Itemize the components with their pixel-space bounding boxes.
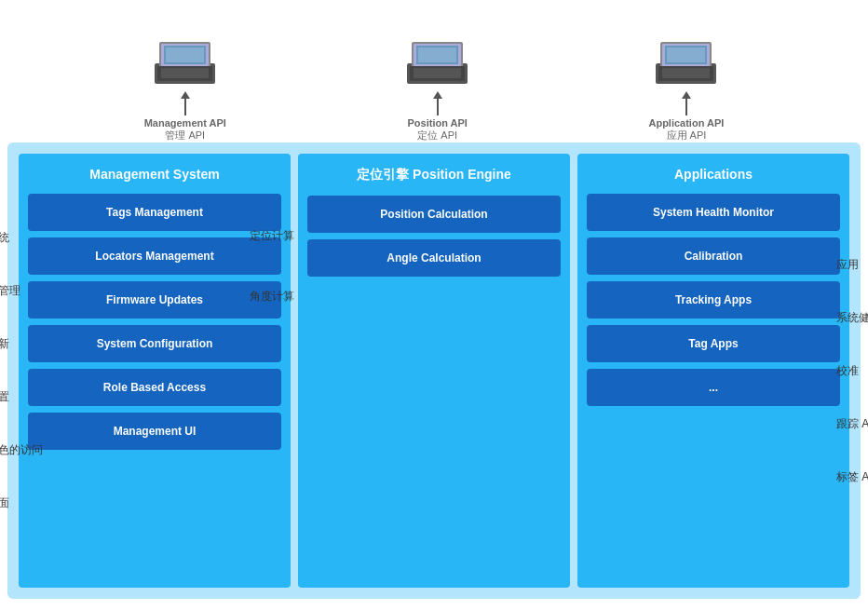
- svg-rect-4: [161, 68, 209, 78]
- label-pos-calc: 定位计算: [250, 228, 294, 244]
- position-engine-panel: 定位计算 角度计算 定位引擎 Position Engine Position …: [298, 154, 570, 588]
- position-api-en: Position API: [407, 117, 467, 129]
- management-api-labels: Management API 管理 API: [144, 117, 226, 142]
- server-application-icon: [651, 31, 721, 91]
- label-calibration: 校准: [836, 363, 868, 379]
- tracking-apps-btn[interactable]: Tracking Apps: [587, 281, 840, 319]
- mgmt-system-title: Management System: [28, 163, 281, 187]
- locators-management-btn[interactable]: Locators Management: [28, 237, 281, 275]
- page-wrapper: Management API 管理 API Position API 定位: [0, 7, 868, 610]
- management-api-cn: 管理 API: [144, 129, 226, 142]
- svg-rect-18: [662, 68, 710, 78]
- angle-calculation-btn[interactable]: Angle Calculation: [307, 239, 561, 277]
- svg-rect-13: [418, 47, 456, 62]
- application-api-cn: 应用 API: [648, 129, 724, 142]
- label-tagapps: 标签 App: [836, 469, 868, 485]
- more-btn[interactable]: ...: [587, 369, 840, 406]
- server-management: Management API 管理 API: [144, 31, 226, 142]
- position-calculation-btn[interactable]: Position Calculation: [307, 196, 561, 233]
- position-api-cn: 定位 API: [407, 129, 467, 142]
- system-configuration-btn[interactable]: System Configuration: [28, 325, 281, 362]
- main-diagram: 管理系统 定位器管理 固件更新 系统配置 基于角色的访问 管理界面 Manage…: [7, 142, 861, 599]
- applications-panel: 应用 系统健康监控 校准 跟踪 App 标签 App Applications …: [577, 154, 849, 588]
- management-system-panel: 管理系统 定位器管理 固件更新 系统配置 基于角色的访问 管理界面 Manage…: [19, 154, 291, 588]
- position-api-labels: Position API 定位 API: [407, 117, 467, 142]
- calibration-btn[interactable]: Calibration: [587, 237, 840, 275]
- tag-apps-btn[interactable]: Tag Apps: [587, 325, 840, 362]
- svg-rect-11: [414, 68, 461, 78]
- management-ui-btn[interactable]: Management UI: [28, 413, 281, 450]
- left-side-labels: 管理系统 定位器管理 固件更新 系统配置 基于角色的访问 管理界面: [0, 230, 43, 511]
- label-syshealth: 系统健康监控: [836, 310, 868, 326]
- management-api-en: Management API: [144, 117, 226, 129]
- svg-rect-20: [667, 47, 705, 62]
- system-health-monitor-btn[interactable]: System Health Monitor: [587, 194, 840, 231]
- server-application: Application API 应用 API: [648, 31, 724, 142]
- arrow-position: [433, 91, 442, 115]
- server-management-icon: [150, 31, 220, 91]
- svg-rect-6: [166, 47, 204, 62]
- label-applications-right: 应用: [836, 257, 868, 273]
- arrow-management: [181, 91, 190, 115]
- role-based-access-btn[interactable]: Role Based Access: [28, 369, 281, 406]
- right-side-labels: 应用 系统健康监控 校准 跟踪 App 标签 App: [836, 257, 868, 485]
- arrow-application: [682, 91, 691, 115]
- label-mgmt-system: 管理系统: [0, 230, 43, 246]
- label-mgmtui: 管理界面: [0, 495, 43, 511]
- server-position-icon: [402, 31, 472, 91]
- firmware-updates-btn[interactable]: Firmware Updates: [28, 281, 281, 319]
- position-engine-title: 定位引擎 Position Engine: [307, 163, 561, 189]
- application-api-labels: Application API 应用 API: [648, 117, 724, 142]
- label-angle-calc: 角度计算: [250, 289, 294, 305]
- label-locators: 定位器管理: [0, 283, 43, 299]
- label-sysconfg: 系统配置: [0, 389, 43, 405]
- label-firmware: 固件更新: [0, 336, 43, 352]
- applications-title: Applications: [587, 163, 840, 187]
- label-tracking: 跟踪 App: [836, 416, 868, 432]
- server-position: Position API 定位 API: [402, 31, 472, 142]
- tags-management-btn[interactable]: Tags Management: [28, 194, 281, 231]
- label-rolebased: 基于角色的访问: [0, 442, 43, 458]
- application-api-en: Application API: [648, 117, 724, 129]
